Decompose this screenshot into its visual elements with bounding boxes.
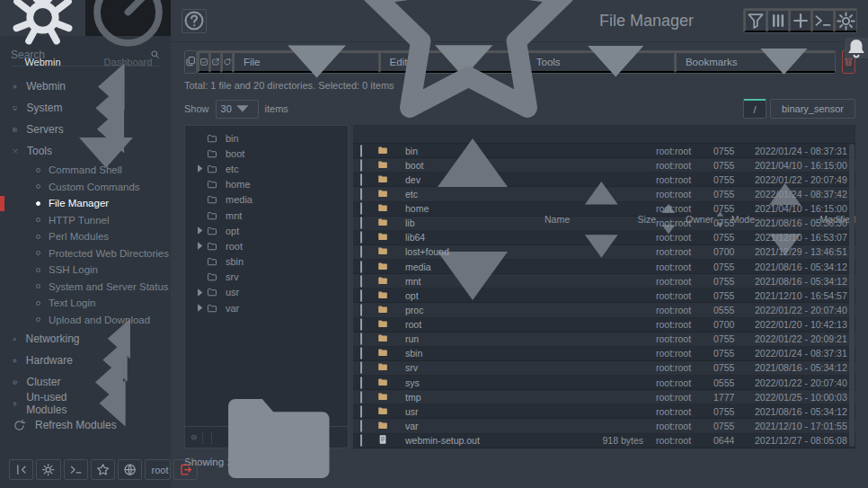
- terminal-icon: [813, 11, 833, 31]
- tab-dashboard[interactable]: Dashboard: [85, 0, 171, 36]
- row-checkbox[interactable]: [360, 217, 362, 229]
- sidebar-item-perl-modules[interactable]: Perl Modules: [0, 228, 171, 245]
- sidebar-nav: WebminSystemServersToolsCommand ShellCus…: [0, 75, 171, 436]
- logout-button[interactable]: [173, 459, 198, 480]
- page-size-select[interactable]: 30: [216, 100, 259, 119]
- file-name: lib64: [405, 232, 570, 243]
- tree-item-opt[interactable]: opt: [185, 223, 348, 238]
- footer-language-button[interactable]: [118, 459, 142, 480]
- table-row[interactable]: runroot:root07552022/01/22 - 20:09:21: [353, 333, 855, 347]
- row-checkbox[interactable]: [360, 202, 362, 215]
- row-checkbox[interactable]: [360, 304, 362, 316]
- sidebar-item-label: Text Login: [49, 297, 95, 308]
- sidebar-item-custom-commands[interactable]: Custom Commands: [0, 179, 171, 196]
- checkbox-cell: [353, 319, 376, 330]
- favorite-star-icon[interactable]: [345, 0, 592, 144]
- row-checkbox[interactable]: [360, 275, 362, 288]
- bullet-icon: [36, 217, 40, 222]
- clear-filter-icon[interactable]: [190, 434, 198, 441]
- table-row[interactable]: varroot:root07552021/12/10 - 17:01:55: [353, 419, 855, 433]
- sidebar-item-file-manager[interactable]: File Manager: [0, 195, 171, 212]
- table-row[interactable]: procroot:root05552022/01/22 - 20:07:40: [353, 303, 855, 317]
- row-checkbox[interactable]: [360, 159, 362, 172]
- row-checkbox[interactable]: [360, 289, 362, 302]
- tree-item-etc[interactable]: etc: [185, 161, 348, 176]
- sidebar-item-protected-web-directories[interactable]: Protected Web Directories: [0, 245, 171, 262]
- copy-path-button[interactable]: [184, 50, 197, 74]
- file-owner: root:root: [656, 348, 713, 359]
- page-size-value: 30: [221, 103, 232, 114]
- footer-user-button[interactable]: root: [145, 459, 170, 480]
- row-checkbox[interactable]: [360, 405, 362, 418]
- footer-collapse-sidebar-button[interactable]: [9, 459, 33, 480]
- row-checkbox[interactable]: [360, 361, 362, 374]
- refresh-icon: [223, 58, 232, 67]
- table-row[interactable]: rootroot:root07002022/01/20 - 10:42:13: [353, 318, 855, 333]
- sidebar-item-upload-and-download[interactable]: Upload and Download: [0, 312, 171, 329]
- tree-item-var[interactable]: var: [185, 300, 348, 315]
- tree-item-label: etc: [226, 164, 239, 174]
- footer-theme-toggle-button[interactable]: [36, 459, 60, 480]
- row-checkbox[interactable]: [360, 318, 362, 331]
- toolbar-share-button[interactable]: [209, 51, 221, 73]
- file-mode: 0755: [713, 203, 755, 214]
- row-checkbox[interactable]: [360, 420, 362, 432]
- row-checkbox[interactable]: [360, 377, 362, 389]
- tree-item-sbin[interactable]: sbin: [185, 254, 348, 270]
- file-name: boot: [405, 160, 570, 171]
- breadcrumb-root-button[interactable]: /: [743, 99, 766, 119]
- toolbar-bookmarks-menu-dropdown[interactable]: Bookmarks: [675, 51, 835, 73]
- row-checkbox[interactable]: [360, 231, 362, 244]
- tree-item-boot[interactable]: boot: [185, 146, 348, 161]
- file-modified: 2021/08/16 - 05:34:12: [755, 276, 855, 287]
- header-create-button[interactable]: [789, 9, 811, 32]
- table-row[interactable]: tmproot:root17772022/01/25 - 10:00:03: [353, 390, 855, 404]
- table-scrollbar[interactable]: [849, 144, 855, 447]
- sidebar-item-tools[interactable]: Tools: [0, 140, 171, 162]
- tree-item-srv[interactable]: srv: [185, 270, 348, 285]
- row-checkbox[interactable]: [360, 391, 362, 404]
- sidebar-item-ssh-login[interactable]: SSH Login: [0, 262, 171, 279]
- sidebar-item-http-tunnel[interactable]: HTTP Tunnel: [0, 212, 171, 229]
- row-checkbox[interactable]: [360, 347, 362, 359]
- tree-item-bin[interactable]: bin: [185, 130, 348, 146]
- tree-item-home[interactable]: home: [185, 177, 348, 192]
- header-settings-button[interactable]: [834, 9, 856, 32]
- row-checkbox[interactable]: [360, 434, 362, 447]
- table-row[interactable]: usrroot:root07552021/08/16 - 05:34:12: [353, 404, 855, 419]
- sidebar-item-unused-modules[interactable]: Un-used Modules: [0, 393, 171, 414]
- row-checkbox[interactable]: [360, 333, 362, 345]
- row-checkbox[interactable]: [360, 245, 362, 258]
- tree-item-media[interactable]: media: [185, 192, 348, 208]
- tree-item-usr[interactable]: usr: [185, 285, 348, 300]
- sidebar-item-text-login[interactable]: Text Login: [0, 295, 171, 312]
- file-modified: 2022/01/22 - 20:09:21: [755, 333, 855, 344]
- sidebar-item-system-and-server-status[interactable]: System and Server Status: [0, 279, 171, 296]
- tab-webmin[interactable]: Webmin: [0, 0, 85, 36]
- header-filter-button[interactable]: [744, 9, 766, 32]
- footer-terminal-button[interactable]: [64, 459, 88, 480]
- table-row[interactable]: sbinroot:root07552022/01/24 - 08:37:31: [353, 347, 855, 361]
- sidebar-item-command-shell[interactable]: Command Shell: [0, 162, 171, 179]
- tree-item-root[interactable]: root: [185, 238, 348, 253]
- table-row[interactable]: webmin-setup.out918 bytesroot:root064420…: [353, 434, 855, 448]
- notifications-bell[interactable]: [845, 38, 868, 58]
- help-button[interactable]: [182, 9, 207, 33]
- toolbar-refresh-button[interactable]: [221, 51, 233, 73]
- caret-right-icon: [194, 240, 206, 252]
- row-checkbox[interactable]: [360, 188, 362, 200]
- row-checkbox[interactable]: [360, 173, 362, 186]
- tree-item-mnt[interactable]: mnt: [185, 208, 348, 223]
- row-checkbox[interactable]: [360, 261, 362, 273]
- table-row[interactable]: srvroot:root07552021/08/16 - 05:34:12: [353, 361, 855, 376]
- folder-icon[interactable]: [216, 374, 342, 488]
- footer-favorites-button[interactable]: [91, 459, 115, 480]
- table-row[interactable]: sysroot:root05552022/01/22 - 20:07:40: [353, 376, 855, 390]
- toolbar-select-all-button[interactable]: [198, 51, 209, 73]
- column-header-size[interactable]: Size: [570, 175, 656, 264]
- row-checkbox[interactable]: [360, 145, 362, 157]
- sidebar: Webmin Dashboard WebminSystemServersTool…: [0, 0, 171, 488]
- breadcrumb-current-button[interactable]: binary_sensor: [770, 99, 855, 119]
- header-terminal-button[interactable]: [811, 9, 834, 32]
- header-columns-button[interactable]: [766, 9, 789, 32]
